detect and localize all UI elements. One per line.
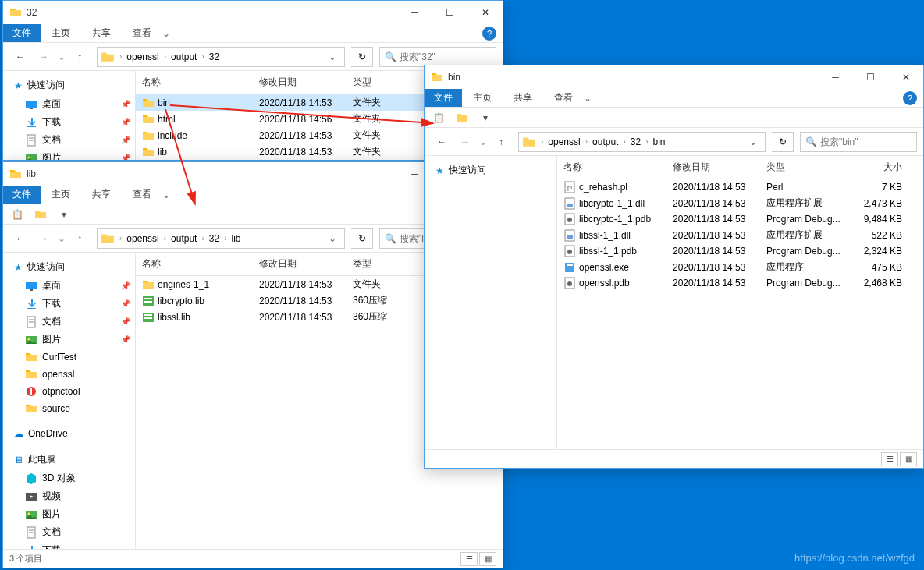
view-icons-button[interactable]: ▦: [479, 552, 496, 566]
refresh-button[interactable]: ↻: [351, 47, 373, 67]
help-icon[interactable]: ?: [482, 27, 496, 41]
new-folder-icon[interactable]: [31, 206, 50, 223]
tab-view[interactable]: 查看: [543, 88, 584, 108]
recent-dropdown-icon[interactable]: ⌄: [56, 46, 67, 68]
col-type[interactable]: 类型: [346, 257, 425, 271]
sidebar-item[interactable]: 图片📌: [3, 149, 135, 160]
recent-dropdown-icon[interactable]: ⌄: [56, 228, 67, 250]
close-button[interactable]: ✕: [888, 65, 923, 89]
close-button[interactable]: ✕: [467, 1, 503, 24]
breadcrumb-seg[interactable]: openssl: [123, 51, 162, 62]
up-button[interactable]: ↑: [69, 46, 91, 68]
col-type[interactable]: 类型: [346, 76, 425, 89]
tab-home[interactable]: 主页: [41, 23, 81, 43]
sidebar-item[interactable]: 文档: [3, 523, 135, 541]
minimize-button[interactable]: ─: [397, 1, 432, 24]
sidebar-item[interactable]: 文档📌: [3, 131, 135, 149]
sidebar-item[interactable]: otpnctool: [3, 383, 135, 400]
sidebar-onedrive[interactable]: ☁ OneDrive: [3, 425, 135, 442]
breadcrumb-dropdown-icon[interactable]: ⌄: [324, 51, 341, 62]
view-icons-button[interactable]: ▦: [900, 452, 917, 466]
tab-share[interactable]: 共享: [81, 185, 122, 204]
titlebar[interactable]: bin ─ ☐ ✕: [425, 65, 923, 89]
minimize-button[interactable]: ─: [818, 65, 853, 89]
sidebar-quick-access[interactable]: ★ 快速访问: [3, 257, 135, 277]
file-row[interactable]: plc_rehash.pl2020/11/18 14:53Perl7 KB: [557, 179, 923, 195]
breadcrumb-seg[interactable]: openssl: [123, 233, 162, 244]
file-row[interactable]: libssl-1_1.pdb2020/11/18 14:53Program De…: [557, 243, 923, 259]
tab-share[interactable]: 共享: [503, 88, 543, 108]
sidebar-quick-access[interactable]: ★ 快速访问: [425, 161, 556, 180]
view-details-button[interactable]: ☰: [881, 452, 898, 466]
column-headers[interactable]: 名称 修改日期 类型 大小: [557, 156, 923, 179]
sidebar-item[interactable]: 桌面📌: [3, 95, 135, 113]
sidebar-item[interactable]: 下载📌: [3, 295, 135, 313]
up-button[interactable]: ↑: [490, 131, 512, 153]
col-date[interactable]: 修改日期: [666, 161, 760, 174]
search-box[interactable]: 🔍: [800, 132, 917, 152]
properties-icon[interactable]: 📋: [8, 206, 27, 223]
refresh-button[interactable]: ↻: [772, 132, 794, 152]
sidebar-item[interactable]: CurlTest: [3, 349, 135, 366]
sidebar-item[interactable]: 视频: [3, 487, 135, 505]
ribbon-collapse-icon[interactable]: ⌄: [162, 28, 170, 39]
breadcrumb-dropdown-icon[interactable]: ⌄: [745, 136, 762, 147]
breadcrumb-dropdown-icon[interactable]: ⌄: [324, 233, 341, 244]
col-date[interactable]: 修改日期: [253, 257, 346, 271]
forward-button[interactable]: →: [33, 46, 55, 68]
new-folder-icon[interactable]: [453, 109, 471, 126]
sidebar-this-pc[interactable]: 🖥 此电脑: [3, 450, 135, 469]
sidebar-item[interactable]: 图片: [3, 505, 135, 523]
up-button[interactable]: ↑: [69, 228, 91, 250]
properties-icon[interactable]: 📋: [429, 109, 448, 126]
breadcrumb-seg[interactable]: bin: [649, 136, 668, 147]
tab-file[interactable]: 文件: [425, 89, 462, 107]
sidebar-item[interactable]: 文档📌: [3, 313, 135, 331]
tab-share[interactable]: 共享: [81, 23, 122, 43]
breadcrumb-seg[interactable]: output: [168, 51, 200, 62]
tab-home[interactable]: 主页: [41, 185, 81, 204]
sidebar-item[interactable]: 桌面📌: [3, 277, 135, 295]
file-row[interactable]: openssl.exe2020/11/18 14:53应用程序475 KB: [557, 259, 923, 275]
sidebar-item[interactable]: openssl: [3, 366, 135, 383]
tab-home[interactable]: 主页: [462, 88, 503, 108]
sidebar-item[interactable]: 下载: [3, 541, 135, 549]
back-button[interactable]: ←: [9, 46, 31, 68]
breadcrumb-seg[interactable]: lib: [228, 233, 243, 244]
search-input[interactable]: [400, 51, 491, 62]
dropdown-icon[interactable]: ▾: [476, 109, 495, 126]
breadcrumb-seg[interactable]: 32: [627, 136, 644, 147]
forward-button[interactable]: →: [33, 228, 55, 250]
tab-view[interactable]: 查看: [122, 23, 162, 43]
col-name[interactable]: 名称: [557, 161, 666, 174]
maximize-button[interactable]: ☐: [432, 1, 467, 24]
breadcrumb-seg[interactable]: output: [589, 136, 621, 147]
breadcrumb[interactable]: › openssl› output› 32 ⌄: [97, 47, 345, 67]
file-row[interactable]: libssl-1_1.dll2020/11/18 14:53应用程序扩展522 …: [557, 227, 923, 243]
tab-view[interactable]: 查看: [122, 185, 162, 204]
ribbon-collapse-icon[interactable]: ⌄: [584, 93, 592, 104]
forward-button[interactable]: →: [454, 131, 476, 153]
col-name[interactable]: 名称: [136, 76, 253, 89]
breadcrumb[interactable]: › openssl› output› 32› bin ⌄: [518, 132, 766, 152]
back-button[interactable]: ←: [9, 228, 31, 250]
refresh-button[interactable]: ↻: [351, 228, 373, 249]
breadcrumb[interactable]: › openssl› output› 32› lib ⌄: [97, 228, 345, 249]
col-name[interactable]: 名称: [136, 257, 253, 271]
col-type[interactable]: 类型: [760, 161, 854, 174]
tab-file[interactable]: 文件: [3, 186, 41, 204]
tab-file[interactable]: 文件: [3, 24, 41, 42]
sidebar-item[interactable]: source: [3, 400, 135, 417]
col-size[interactable]: 大小: [854, 161, 908, 174]
breadcrumb-seg[interactable]: output: [168, 233, 200, 244]
file-row[interactable]: libcrypto-1_1.pdb2020/11/18 14:53Program…: [557, 211, 923, 227]
col-date[interactable]: 修改日期: [253, 76, 346, 89]
back-button[interactable]: ←: [431, 131, 453, 153]
view-details-button[interactable]: ☰: [460, 552, 478, 566]
sidebar-item[interactable]: 下载📌: [3, 113, 135, 131]
help-icon[interactable]: ?: [903, 91, 917, 105]
titlebar[interactable]: 32 ─ ☐ ✕: [3, 1, 503, 24]
breadcrumb-seg[interactable]: 32: [206, 51, 222, 62]
file-row[interactable]: openssl.pdb2020/11/18 14:53Program Debug…: [557, 275, 923, 291]
dropdown-icon[interactable]: ▾: [55, 206, 73, 223]
